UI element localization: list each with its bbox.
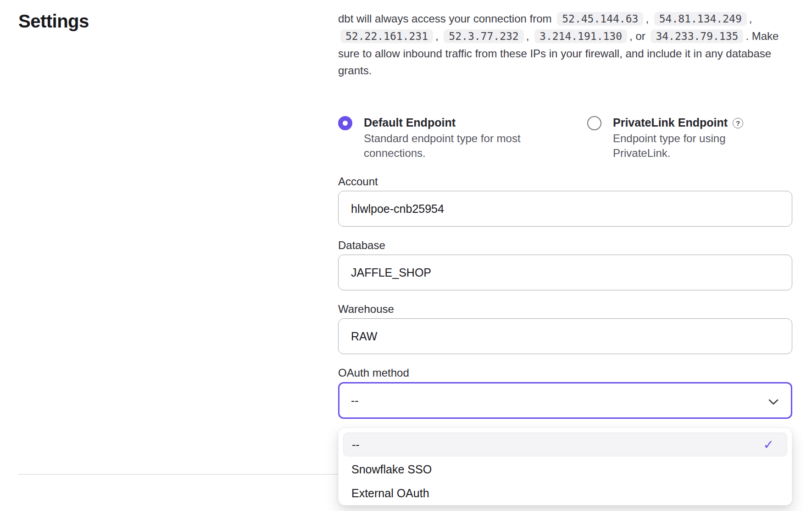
radio-unselected-icon[interactable]	[587, 116, 601, 130]
radio-default-endpoint-description: Standard endpoint type for most connecti…	[364, 131, 538, 161]
ip-address-chip: 52.3.77.232	[444, 29, 523, 43]
ip-address-chip: 3.214.191.130	[534, 29, 627, 43]
check-icon: ✓	[763, 437, 774, 452]
warehouse-input[interactable]	[338, 318, 792, 354]
radio-default-endpoint-label: Default Endpoint	[364, 115, 538, 130]
radio-privatelink-endpoint[interactable]: PrivateLink Endpoint? Endpoint type for …	[587, 115, 789, 161]
database-field-group: Database	[338, 239, 792, 290]
dropdown-option-none[interactable]: -- ✓	[343, 433, 787, 456]
warehouse-label: Warehouse	[338, 302, 792, 316]
ip-address-chip: 52.22.161.231	[340, 29, 433, 43]
oauth-method-label: OAuth method	[338, 366, 792, 380]
radio-privatelink-endpoint-label: PrivateLink Endpoint?	[613, 115, 746, 130]
oauth-method-field-group: OAuth method --	[338, 366, 792, 419]
account-field-group: Account	[338, 175, 792, 227]
oauth-method-select[interactable]: --	[338, 382, 792, 419]
ip-address-chip: 52.45.144.63	[557, 12, 643, 26]
radio-privatelink-endpoint-description: Endpoint type for using PrivateLink.	[613, 131, 746, 161]
dropdown-option-snowflake-sso[interactable]: Snowflake SSO	[343, 457, 787, 481]
account-input[interactable]	[338, 191, 792, 227]
dropdown-option-external-oauth[interactable]: External OAuth	[343, 481, 787, 505]
database-input[interactable]	[338, 255, 792, 290]
radio-default-endpoint[interactable]: Default Endpoint Standard endpoint type …	[338, 115, 586, 161]
database-label: Database	[338, 239, 792, 252]
ip-address-chip: 54.81.134.249	[654, 12, 747, 26]
ip-allowlist-notice: dbt will always access your connection f…	[338, 10, 779, 79]
page-title: Settings	[18, 11, 89, 32]
connection-settings-page: Settings dbt will always access your con…	[0, 0, 812, 511]
radio-selected-icon[interactable]	[338, 116, 352, 130]
oauth-method-dropdown-menu: -- ✓ Snowflake SSO External OAuth	[338, 428, 792, 505]
warehouse-field-group: Warehouse	[338, 302, 792, 354]
oauth-method-selected-value: --	[351, 394, 359, 407]
account-label: Account	[338, 175, 792, 189]
help-icon[interactable]: ?	[733, 118, 743, 128]
ip-address-chip: 34.233.79.135	[651, 29, 743, 43]
chevron-down-icon[interactable]	[768, 398, 779, 407]
